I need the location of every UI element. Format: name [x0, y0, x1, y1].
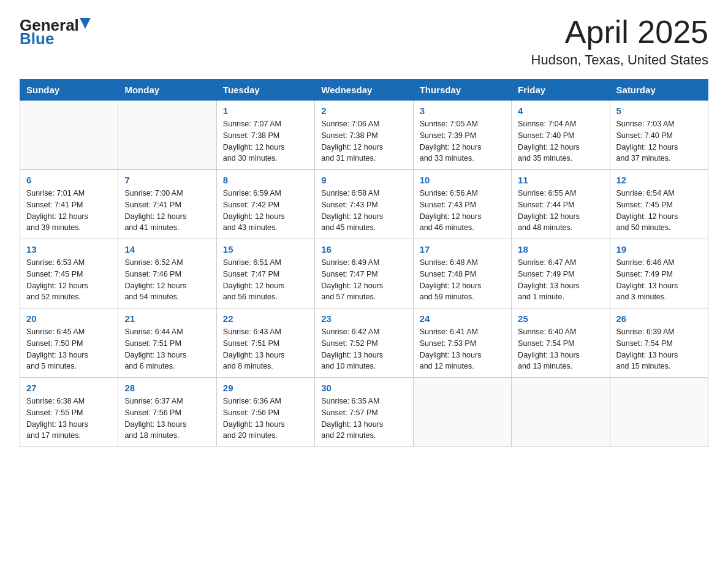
day-info: Sunrise: 7:01 AM Sunset: 7:41 PM Dayligh… [26, 188, 112, 234]
calendar-cell: 29Sunrise: 6:36 AM Sunset: 7:56 PM Dayli… [216, 378, 314, 447]
calendar-cell: 25Sunrise: 6:40 AM Sunset: 7:54 PM Dayli… [512, 308, 610, 378]
calendar-cell: 2Sunrise: 7:06 AM Sunset: 7:38 PM Daylig… [315, 101, 413, 170]
day-info: Sunrise: 6:44 AM Sunset: 7:51 PM Dayligh… [124, 326, 210, 372]
calendar-cell: 13Sunrise: 6:53 AM Sunset: 7:45 PM Dayli… [20, 239, 118, 308]
column-header-wednesday: Wednesday [315, 80, 413, 101]
calendar-cell: 23Sunrise: 6:42 AM Sunset: 7:52 PM Dayli… [315, 308, 413, 378]
column-header-saturday: Saturday [610, 80, 708, 101]
calendar-cell: 9Sunrise: 6:58 AM Sunset: 7:43 PM Daylig… [315, 170, 413, 239]
page-subtitle: Hudson, Texas, United States [531, 52, 708, 68]
day-number: 5 [616, 105, 702, 116]
calendar-cell: 21Sunrise: 6:44 AM Sunset: 7:51 PM Dayli… [118, 308, 216, 378]
day-info: Sunrise: 6:42 AM Sunset: 7:52 PM Dayligh… [321, 326, 406, 372]
day-info: Sunrise: 6:56 AM Sunset: 7:43 PM Dayligh… [420, 188, 505, 234]
day-info: Sunrise: 6:58 AM Sunset: 7:43 PM Dayligh… [321, 188, 406, 234]
calendar-cell: 17Sunrise: 6:48 AM Sunset: 7:48 PM Dayli… [413, 239, 511, 308]
day-info: Sunrise: 6:59 AM Sunset: 7:42 PM Dayligh… [223, 188, 308, 234]
calendar-cell: 8Sunrise: 6:59 AM Sunset: 7:42 PM Daylig… [216, 170, 314, 239]
day-number: 18 [518, 244, 603, 255]
day-number: 29 [223, 383, 308, 393]
day-info: Sunrise: 6:51 AM Sunset: 7:47 PM Dayligh… [223, 257, 308, 303]
column-header-monday: Monday [118, 80, 216, 101]
day-number: 16 [321, 244, 406, 255]
logo: General Blue [20, 15, 91, 48]
day-info: Sunrise: 6:39 AM Sunset: 7:54 PM Dayligh… [616, 326, 702, 372]
day-info: Sunrise: 7:04 AM Sunset: 7:40 PM Dayligh… [518, 118, 603, 164]
day-number: 12 [616, 175, 702, 185]
day-number: 7 [124, 175, 210, 185]
day-number: 14 [124, 244, 210, 255]
day-number: 17 [420, 244, 505, 255]
page-title: April 2025 [531, 15, 708, 50]
day-number: 25 [518, 313, 603, 324]
calendar-week-row: 20Sunrise: 6:45 AM Sunset: 7:50 PM Dayli… [20, 308, 708, 378]
calendar-cell: 15Sunrise: 6:51 AM Sunset: 7:47 PM Dayli… [216, 239, 314, 308]
column-header-tuesday: Tuesday [216, 80, 314, 101]
day-number: 23 [321, 313, 406, 324]
calendar-cell [413, 378, 511, 447]
day-number: 3 [420, 105, 505, 116]
title-block: April 2025 Hudson, Texas, United States [531, 15, 708, 68]
calendar-cell: 27Sunrise: 6:38 AM Sunset: 7:55 PM Dayli… [20, 378, 118, 447]
calendar-cell [20, 101, 118, 170]
calendar-cell: 10Sunrise: 6:56 AM Sunset: 7:43 PM Dayli… [413, 170, 511, 239]
day-info: Sunrise: 6:36 AM Sunset: 7:56 PM Dayligh… [223, 396, 308, 442]
day-info: Sunrise: 7:07 AM Sunset: 7:38 PM Dayligh… [223, 118, 308, 164]
calendar-cell: 3Sunrise: 7:05 AM Sunset: 7:39 PM Daylig… [413, 101, 511, 170]
day-info: Sunrise: 6:53 AM Sunset: 7:45 PM Dayligh… [26, 257, 112, 303]
calendar-cell: 30Sunrise: 6:35 AM Sunset: 7:57 PM Dayli… [315, 378, 413, 447]
day-info: Sunrise: 7:06 AM Sunset: 7:38 PM Dayligh… [321, 118, 406, 164]
calendar-week-row: 6Sunrise: 7:01 AM Sunset: 7:41 PM Daylig… [20, 170, 708, 239]
day-info: Sunrise: 6:52 AM Sunset: 7:46 PM Dayligh… [124, 257, 210, 303]
day-number: 19 [616, 244, 702, 255]
calendar-week-row: 13Sunrise: 6:53 AM Sunset: 7:45 PM Dayli… [20, 239, 708, 308]
day-number: 28 [124, 383, 210, 393]
day-number: 6 [26, 175, 112, 185]
calendar-cell: 4Sunrise: 7:04 AM Sunset: 7:40 PM Daylig… [512, 101, 610, 170]
logo-blue: Blue [20, 29, 54, 48]
day-number: 26 [616, 313, 702, 324]
day-number: 27 [26, 383, 112, 393]
calendar-cell: 5Sunrise: 7:03 AM Sunset: 7:40 PM Daylig… [610, 101, 708, 170]
day-info: Sunrise: 6:40 AM Sunset: 7:54 PM Dayligh… [518, 326, 603, 372]
day-info: Sunrise: 6:43 AM Sunset: 7:51 PM Dayligh… [223, 326, 308, 372]
day-info: Sunrise: 6:47 AM Sunset: 7:49 PM Dayligh… [518, 257, 603, 303]
day-info: Sunrise: 7:05 AM Sunset: 7:39 PM Dayligh… [420, 118, 505, 164]
calendar-cell: 12Sunrise: 6:54 AM Sunset: 7:45 PM Dayli… [610, 170, 708, 239]
day-info: Sunrise: 6:41 AM Sunset: 7:53 PM Dayligh… [420, 326, 505, 372]
calendar-cell: 16Sunrise: 6:49 AM Sunset: 7:47 PM Dayli… [315, 239, 413, 308]
day-info: Sunrise: 6:35 AM Sunset: 7:57 PM Dayligh… [321, 396, 406, 442]
calendar-cell: 7Sunrise: 7:00 AM Sunset: 7:41 PM Daylig… [118, 170, 216, 239]
day-number: 24 [420, 313, 505, 324]
calendar-cell: 18Sunrise: 6:47 AM Sunset: 7:49 PM Dayli… [512, 239, 610, 308]
day-number: 15 [223, 244, 308, 255]
day-number: 4 [518, 105, 603, 116]
day-number: 8 [223, 175, 308, 185]
day-info: Sunrise: 6:55 AM Sunset: 7:44 PM Dayligh… [518, 188, 603, 234]
day-info: Sunrise: 6:54 AM Sunset: 7:45 PM Dayligh… [616, 188, 702, 234]
calendar-cell [610, 378, 708, 447]
day-info: Sunrise: 7:03 AM Sunset: 7:40 PM Dayligh… [616, 118, 702, 164]
calendar-cell: 1Sunrise: 7:07 AM Sunset: 7:38 PM Daylig… [216, 101, 314, 170]
day-number: 13 [26, 244, 112, 255]
day-number: 11 [518, 175, 603, 185]
calendar-cell: 22Sunrise: 6:43 AM Sunset: 7:51 PM Dayli… [216, 308, 314, 378]
day-number: 10 [420, 175, 505, 185]
calendar-cell [512, 378, 610, 447]
day-number: 22 [223, 313, 308, 324]
page-header: General Blue April 2025 Hudson, Texas, U… [20, 15, 708, 68]
day-info: Sunrise: 6:49 AM Sunset: 7:47 PM Dayligh… [321, 257, 406, 303]
calendar-cell: 6Sunrise: 7:01 AM Sunset: 7:41 PM Daylig… [20, 170, 118, 239]
day-number: 1 [223, 105, 308, 116]
calendar-table: SundayMondayTuesdayWednesdayThursdayFrid… [20, 79, 708, 447]
column-header-thursday: Thursday [413, 80, 511, 101]
calendar-cell [118, 101, 216, 170]
day-number: 9 [321, 175, 406, 185]
day-number: 30 [321, 383, 406, 393]
day-number: 21 [124, 313, 210, 324]
calendar-cell: 20Sunrise: 6:45 AM Sunset: 7:50 PM Dayli… [20, 308, 118, 378]
day-number: 2 [321, 105, 406, 116]
column-header-friday: Friday [512, 80, 610, 101]
calendar-cell: 19Sunrise: 6:46 AM Sunset: 7:49 PM Dayli… [610, 239, 708, 308]
calendar-cell: 14Sunrise: 6:52 AM Sunset: 7:46 PM Dayli… [118, 239, 216, 308]
